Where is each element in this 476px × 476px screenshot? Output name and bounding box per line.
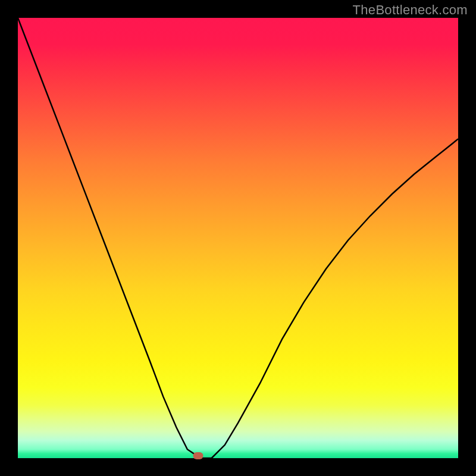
optimal-point-marker — [193, 452, 203, 459]
curve-svg — [18, 18, 458, 458]
bottleneck-curve — [18, 18, 458, 458]
watermark-text: TheBottleneck.com — [353, 2, 468, 18]
chart-stage: TheBottleneck.com — [0, 0, 476, 476]
plot-area — [18, 18, 458, 458]
